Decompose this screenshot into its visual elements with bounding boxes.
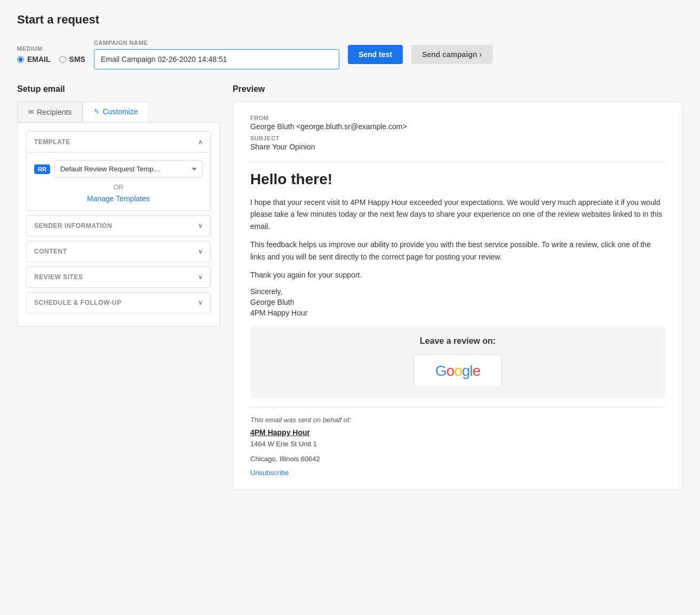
review-box: Leave a review on: Google bbox=[250, 326, 665, 398]
chevron-up-icon: ∧ bbox=[198, 138, 203, 146]
tab-recipients-label: Recipients bbox=[37, 108, 71, 116]
from-value: George Bluth <george.bluth.sr@example.co… bbox=[250, 122, 665, 131]
email-from-section: FROM George Bluth <george.bluth.sr@examp… bbox=[250, 115, 665, 151]
page-title: Start a request bbox=[17, 13, 683, 27]
tab-recipients[interactable]: ✉ Recipients bbox=[17, 101, 83, 122]
campaign-name-group: CAMPAIGN NAME bbox=[94, 40, 339, 69]
or-text: OR bbox=[34, 183, 203, 191]
template-select[interactable]: Default Review Request Temp… bbox=[54, 160, 203, 178]
email-label[interactable]: EMAIL bbox=[27, 55, 51, 64]
manage-templates-link[interactable]: Manage Templates bbox=[34, 194, 203, 203]
footer-divider bbox=[250, 407, 665, 407]
top-bar: MEDIUM EMAIL SMS CAMPAIGN NAME Send test… bbox=[17, 40, 683, 69]
chevron-down-icon-schedule: ∨ bbox=[198, 299, 203, 306]
accordion-content-header[interactable]: CONTENT ∨ bbox=[27, 241, 210, 262]
accordion-review-sites-label: REVIEW SITES bbox=[34, 273, 83, 281]
radio-email[interactable]: EMAIL bbox=[17, 55, 51, 64]
email-body-1: I hope that your recent visit to 4PM Hap… bbox=[250, 196, 665, 232]
tab-customize[interactable]: ✎ Customize bbox=[83, 101, 149, 122]
main-layout: Setup email ✉ Recipients ✎ Customize TEM… bbox=[17, 84, 683, 490]
email-signature-name: George Bluth bbox=[250, 298, 665, 306]
accordion-template-label: TEMPLATE bbox=[34, 138, 70, 146]
footer-behalf: This email was sent on behalf of: bbox=[250, 416, 665, 424]
email-closing: Sincerely, bbox=[250, 287, 665, 296]
medium-group: MEDIUM EMAIL SMS bbox=[17, 45, 85, 64]
setup-email-title: Setup email bbox=[17, 84, 220, 94]
footer-address-2: Chicago, Illinois 60642 bbox=[250, 454, 665, 464]
unsubscribe-link[interactable]: Unsubscribe bbox=[250, 469, 289, 477]
left-panel-body: TEMPLATE ∧ RR Default Review Request Tem… bbox=[17, 122, 220, 327]
envelope-icon: ✉ bbox=[28, 108, 34, 116]
tabs: ✉ Recipients ✎ Customize bbox=[17, 101, 220, 122]
subject-value: Share Your Opinion bbox=[250, 143, 665, 151]
radio-group: EMAIL SMS bbox=[17, 55, 85, 64]
template-badge: RR bbox=[34, 164, 50, 174]
email-radio[interactable] bbox=[17, 56, 24, 63]
top-divider bbox=[250, 162, 665, 162]
campaign-name-label: CAMPAIGN NAME bbox=[94, 40, 339, 46]
accordion-sender-label: SENDER INFORMATION bbox=[34, 222, 112, 230]
google-logo-box[interactable]: Google bbox=[413, 354, 502, 388]
send-campaign-button[interactable]: Send campaign › bbox=[411, 45, 492, 64]
accordion-review-sites: REVIEW SITES ∨ bbox=[26, 266, 211, 288]
tab-customize-label: Customize bbox=[102, 107, 138, 116]
accordion-template-body: RR Default Review Request Temp… OR Manag… bbox=[27, 153, 210, 210]
left-panel: Setup email ✉ Recipients ✎ Customize TEM… bbox=[17, 84, 220, 327]
chevron-down-icon-review-sites: ∨ bbox=[198, 273, 203, 281]
accordion-content-label: CONTENT bbox=[34, 248, 67, 255]
accordion-sender-header[interactable]: SENDER INFORMATION ∨ bbox=[27, 216, 210, 236]
email-preview: FROM George Bluth <george.bluth.sr@examp… bbox=[233, 101, 683, 490]
accordion-schedule-label: SCHEDULE & FOLLOW-UP bbox=[34, 299, 122, 306]
from-label: FROM bbox=[250, 115, 665, 121]
radio-sms[interactable]: SMS bbox=[59, 55, 85, 64]
accordion-template-header[interactable]: TEMPLATE ∧ bbox=[27, 132, 210, 153]
sms-radio[interactable] bbox=[59, 56, 66, 63]
chevron-down-icon-sender: ∨ bbox=[198, 222, 203, 230]
accordion-schedule: SCHEDULE & FOLLOW-UP ∨ bbox=[26, 292, 211, 313]
accordion-sender: SENDER INFORMATION ∨ bbox=[26, 215, 211, 236]
email-body-3: Thank you again for your support. bbox=[250, 269, 665, 281]
accordion-review-sites-header[interactable]: REVIEW SITES ∨ bbox=[27, 267, 210, 287]
subject-label: SUBJECT bbox=[250, 135, 665, 141]
email-hello: Hello there! bbox=[250, 171, 665, 188]
preview-panel: Preview FROM George Bluth <george.bluth.… bbox=[233, 84, 683, 490]
send-test-button[interactable]: Send test bbox=[348, 45, 403, 64]
footer-business-name: 4PM Happy Hour bbox=[250, 428, 665, 437]
template-select-row: RR Default Review Request Temp… bbox=[34, 160, 203, 178]
accordion-template: TEMPLATE ∧ RR Default Review Request Tem… bbox=[26, 131, 211, 211]
preview-title: Preview bbox=[233, 84, 683, 94]
sms-label[interactable]: SMS bbox=[69, 55, 85, 64]
edit-icon: ✎ bbox=[94, 108, 99, 115]
chevron-down-icon-content: ∨ bbox=[198, 248, 203, 255]
review-box-title: Leave a review on: bbox=[259, 336, 657, 346]
email-signature-business: 4PM Happy Hour bbox=[250, 309, 665, 317]
email-body-2: This feedback helps us improve our abili… bbox=[250, 239, 665, 263]
footer-address-1: 1464 W Erie St Unit 1 bbox=[250, 439, 665, 450]
campaign-name-input[interactable] bbox=[94, 49, 339, 69]
accordion-schedule-header[interactable]: SCHEDULE & FOLLOW-UP ∨ bbox=[27, 293, 210, 313]
google-logo: Google bbox=[435, 362, 480, 379]
medium-label: MEDIUM bbox=[17, 45, 85, 52]
accordion-content: CONTENT ∨ bbox=[26, 241, 211, 262]
